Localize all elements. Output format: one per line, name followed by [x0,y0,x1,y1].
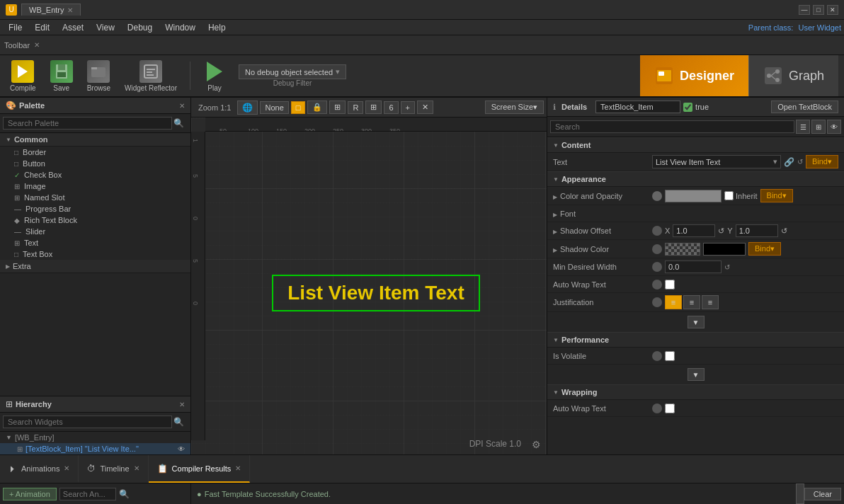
shadow-color-swatch[interactable] [703,243,746,256]
wrap-text-checkbox[interactable] [665,403,675,413]
menu-file[interactable]: File [3,21,28,34]
six-button[interactable]: 6 [384,101,398,114]
justify-center-button[interactable]: ≡ [683,295,700,309]
palette-item-textbox[interactable]: □ Text Box [0,248,190,260]
palette-item-slider[interactable]: — Slider [0,226,190,237]
min-width-input[interactable] [665,260,722,273]
close-button[interactable]: ✕ [827,5,838,15]
screen-size-dropdown[interactable]: Screen Size▾ [485,101,544,114]
hierarchy-root-item[interactable]: ▼ [WB_Entry] [0,432,190,443]
reset-x-icon[interactable]: ↺ [718,227,724,236]
none-button[interactable]: None [260,101,288,114]
palette-item-border[interactable]: □ Border [0,147,190,158]
animations-tab-close[interactable]: ✕ [64,464,69,472]
shadow-y-input[interactable] [736,224,778,237]
lock-button[interactable]: 🔒 [307,101,327,114]
grid-view-button[interactable]: ⊞ [811,120,826,134]
expand-color-icon[interactable]: ▶ [553,194,557,200]
palette-item-progress-bar[interactable]: — Progress Bar [0,203,190,214]
tab-close-icon[interactable]: ✕ [67,6,73,14]
palette-search-input[interactable] [3,117,172,130]
reset-button[interactable]: R [348,101,363,114]
palette-item-named-slot[interactable]: ⊞ Named Slot [0,192,190,203]
canvas-area[interactable]: 50 100 150 200 250 300 350 1 5 0 5 0 Lis… [191,118,547,454]
palette-item-image[interactable]: ⊞ Image [0,181,190,192]
shadow-color-bind-button[interactable]: Bind▾ [748,242,781,256]
palette-close-icon[interactable]: ✕ [179,102,185,110]
menu-view[interactable]: View [91,21,120,34]
details-search-input[interactable] [550,120,794,133]
clear-button[interactable]: Clear [804,488,841,500]
dpi-settings-icon[interactable]: ⚙ [532,439,541,450]
is-variable-checkbox[interactable] [683,103,692,112]
animation-search-input[interactable] [59,488,116,500]
hierarchy-child-item[interactable]: ⊞ [TextBlock_Item] "List View Ite..." 👁 [0,443,190,454]
transform-button[interactable]: □ [291,101,306,114]
tab-animations[interactable]: ⏵ Animations ✕ [0,455,79,483]
grid2-button[interactable]: ⊞ [365,101,382,114]
menu-help[interactable]: Help [203,21,232,34]
shadow-x-input[interactable] [673,224,715,237]
shadow-color-checker[interactable] [665,243,700,256]
expand-perf-button[interactable]: ▼ [688,368,705,381]
inherit-checkbox[interactable] [724,191,734,200]
browse-button[interactable]: Browse [83,57,115,95]
chain-link-icon[interactable]: 🔗 [784,157,794,167]
hierarchy-search-input[interactable] [3,416,172,428]
text-bind-button[interactable]: Bind▾ [806,155,838,168]
justify-left-button[interactable]: ≡ [665,295,682,309]
minimize-button[interactable]: — [799,5,810,15]
palette-item-button[interactable]: □ Button [0,158,190,169]
volatile-checkbox[interactable] [665,351,675,361]
globe-button[interactable]: 🌐 [237,101,258,115]
section-performance[interactable]: ▼ Performance [547,332,844,348]
debug-object-dropdown[interactable]: No debug object selected ▾ [239,64,346,79]
reset-min-icon[interactable]: ↺ [724,263,730,271]
save-button[interactable]: Save [46,57,77,95]
menu-window[interactable]: Window [159,21,201,34]
section-wrapping[interactable]: ▼ Wrapping [547,384,844,400]
compile-button[interactable]: Compile [6,57,40,95]
expand-shadow-color-icon[interactable]: ▶ [553,247,557,253]
color-bind-button[interactable]: Bind▾ [760,189,793,202]
anim-search-icon[interactable]: 🔍 [119,489,130,499]
status-scrollbar[interactable] [796,483,804,504]
timeline-tab-close[interactable]: ✕ [134,464,139,472]
tab-timeline[interactable]: ⏱ Timeline ✕ [79,455,148,483]
x-button[interactable]: ✕ [417,101,433,114]
designer-button[interactable]: Designer [640,55,748,96]
expand-font-icon[interactable]: ▶ [553,212,557,218]
open-textblock-button[interactable]: Open TextBlock [771,101,838,113]
section-content[interactable]: ▼ Content [547,137,844,153]
justify-right-button[interactable]: ≡ [702,295,719,309]
auto-wrap-checkbox[interactable] [665,280,675,290]
section-appearance[interactable]: ▼ Appearance [547,171,844,187]
hierarchy-close-icon[interactable]: ✕ [179,401,185,408]
palette-group-extra[interactable]: Extra [0,260,190,273]
color-opacity-swatch[interactable] [665,190,722,202]
menu-edit[interactable]: Edit [29,21,55,34]
list-view-widget[interactable]: List View Item Text [272,275,479,311]
hierarchy-search-icon[interactable]: 🔍 [173,417,184,427]
palette-item-rich-text[interactable]: ◆ Rich Text Block [0,214,190,226]
palette-group-common[interactable]: Common [0,133,190,147]
menu-debug[interactable]: Debug [122,21,158,34]
reset-icon[interactable]: ↺ [797,158,803,166]
list-view-button[interactable]: ☰ [796,120,810,134]
tab-compiler-results[interactable]: 📋 Compiler Results ✕ [149,455,251,483]
palette-item-text[interactable]: ⊞ Text [0,237,190,248]
maximize-button[interactable]: □ [813,5,824,15]
widget-reflector-button[interactable]: Widget Reflector [120,57,181,95]
menu-asset[interactable]: Asset [57,21,89,34]
play-button[interactable]: Play [199,57,230,95]
filter-button[interactable]: 👁 [827,120,841,134]
add-animation-button[interactable]: + Animation [3,488,57,500]
toolbar-close-icon[interactable]: ✕ [34,41,40,49]
widget-name-input[interactable] [595,101,680,113]
text-dropdown[interactable]: List View Item Text ▾ [652,155,781,168]
plus-button[interactable]: + [401,101,415,114]
reset-y-icon[interactable]: ↺ [781,227,787,236]
title-tab[interactable]: WB_Entry ✕ [21,4,81,16]
compiler-tab-close[interactable]: ✕ [235,464,241,472]
expand-shadow-icon[interactable]: ▶ [553,229,557,235]
